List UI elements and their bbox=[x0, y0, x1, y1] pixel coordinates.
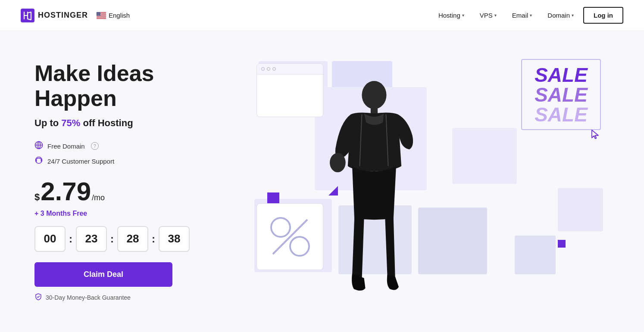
logo-icon bbox=[21, 9, 34, 22]
nav-domain[interactable]: Domain ▾ bbox=[541, 8, 580, 22]
browser-bar bbox=[257, 64, 323, 74]
logo[interactable]: HOSTINGER bbox=[21, 9, 88, 22]
feature-domain: Free Domain ? bbox=[34, 141, 233, 152]
countdown-seconds2: 38 bbox=[159, 226, 190, 252]
feature-domain-label: Free Domain bbox=[47, 143, 85, 150]
info-icon[interactable]: ? bbox=[91, 142, 99, 150]
bg-square-8 bbox=[558, 188, 603, 231]
countdown-sep-1: : bbox=[69, 233, 72, 245]
browser-dot-3 bbox=[272, 67, 276, 71]
main-content: Make Ideas Happen Up to 75% off Hosting … bbox=[0, 31, 644, 324]
browser-mockup bbox=[256, 63, 323, 117]
browser-dot-1 bbox=[261, 67, 265, 71]
login-button[interactable]: Log in bbox=[583, 7, 623, 24]
person-figure bbox=[319, 78, 431, 307]
feature-support: 24/7 Customer Support bbox=[34, 156, 233, 167]
svg-rect-37 bbox=[41, 160, 42, 161]
nav-email[interactable]: Email ▾ bbox=[506, 8, 538, 22]
chevron-down-icon: ▾ bbox=[462, 13, 464, 18]
language-selector[interactable]: ★★★ ★★★ ★★★ ★★ ★★★ ★★★ ★★★ ★★ English bbox=[97, 12, 130, 19]
svg-point-39 bbox=[290, 237, 309, 256]
svg-point-43 bbox=[330, 153, 346, 172]
features-list: Free Domain ? 24/7 Customer Support bbox=[34, 141, 233, 167]
subheadline-prefix: Up to bbox=[34, 118, 61, 128]
chevron-down-icon: ▾ bbox=[494, 13, 497, 18]
countdown-sep-3: : bbox=[152, 233, 155, 245]
navbar: HOSTINGER ★★★ ★★★ ★★★ ★★ ★★★ ★★★ bbox=[0, 0, 644, 31]
support-icon bbox=[34, 156, 43, 167]
countdown-seconds1: 28 bbox=[117, 226, 148, 252]
countdown-sep-2: : bbox=[110, 233, 114, 245]
price-row: $ 2.79 /mo bbox=[34, 179, 233, 205]
globe-icon bbox=[34, 141, 43, 152]
cursor-icon bbox=[591, 129, 600, 143]
sale-text-3: SALE bbox=[535, 105, 588, 124]
browser-dot-2 bbox=[267, 67, 270, 71]
countdown-timer: 00 : 23 : 28 : 38 bbox=[34, 226, 233, 252]
hero-left: Make Ideas Happen Up to 75% off Hosting … bbox=[34, 61, 233, 302]
shield-icon bbox=[34, 293, 42, 302]
svg-rect-5 bbox=[97, 16, 106, 16]
accent-square-3 bbox=[558, 240, 566, 248]
bg-square-9 bbox=[515, 236, 556, 274]
currency-symbol: $ bbox=[34, 192, 40, 203]
nav-hosting[interactable]: Hosting ▾ bbox=[432, 8, 470, 22]
price-section: $ 2.79 /mo bbox=[34, 179, 233, 205]
claim-deal-button[interactable]: Claim Deal bbox=[34, 262, 172, 287]
nav-vps[interactable]: VPS ▾ bbox=[474, 8, 503, 22]
sale-text-2: SALE bbox=[535, 85, 588, 105]
discount-highlight: 75% bbox=[61, 118, 80, 128]
bonus-text: + 3 Months Free bbox=[34, 210, 233, 217]
countdown-minutes: 23 bbox=[76, 226, 107, 252]
percent-box bbox=[256, 203, 323, 270]
accent-square-1 bbox=[267, 192, 279, 205]
subheadline: Up to 75% off Hosting bbox=[34, 118, 233, 129]
logo-text: HOSTINGER bbox=[38, 11, 88, 20]
headline: Make Ideas Happen bbox=[34, 61, 233, 110]
price-value: 2.79 bbox=[41, 179, 91, 205]
navbar-left: HOSTINGER ★★★ ★★★ ★★★ ★★ ★★★ ★★★ bbox=[21, 9, 130, 22]
sale-box: SALE SALE SALE bbox=[521, 59, 601, 130]
subheadline-suffix: off Hosting bbox=[80, 118, 133, 128]
svg-point-38 bbox=[271, 218, 290, 237]
hero-illustration: SALE SALE SALE bbox=[250, 57, 610, 307]
chevron-down-icon: ▾ bbox=[572, 13, 574, 18]
guarantee-text: 30-Day Money-Back Guarantee bbox=[34, 293, 233, 302]
navbar-right: Hosting ▾ VPS ▾ Email ▾ Domain ▾ Log in bbox=[432, 7, 623, 24]
flag-icon: ★★★ ★★★ ★★★ ★★ ★★★ ★★★ ★★★ ★★ bbox=[97, 12, 106, 19]
chevron-down-icon: ▾ bbox=[530, 13, 532, 18]
svg-rect-7 bbox=[97, 18, 106, 18]
svg-rect-36 bbox=[36, 160, 37, 161]
bg-square-7 bbox=[452, 128, 517, 184]
guarantee-label: 30-Day Money-Back Guarantee bbox=[46, 294, 131, 301]
sale-text-1: SALE bbox=[535, 65, 588, 85]
svg-rect-6 bbox=[97, 17, 106, 17]
percent-icon bbox=[264, 211, 316, 263]
feature-support-label: 24/7 Customer Support bbox=[47, 158, 114, 165]
countdown-hours: 00 bbox=[34, 226, 66, 252]
price-period: /mo bbox=[92, 193, 105, 202]
language-label: English bbox=[109, 12, 130, 19]
svg-point-41 bbox=[362, 81, 386, 109]
